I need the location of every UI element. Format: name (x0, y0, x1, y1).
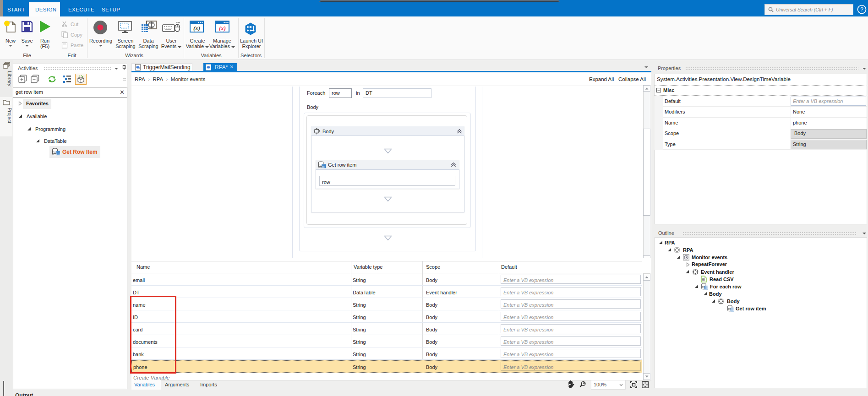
svg-text:(x): (x) (219, 25, 226, 32)
svg-text:?: ? (860, 6, 863, 13)
svg-text:(x): (x) (193, 25, 200, 32)
